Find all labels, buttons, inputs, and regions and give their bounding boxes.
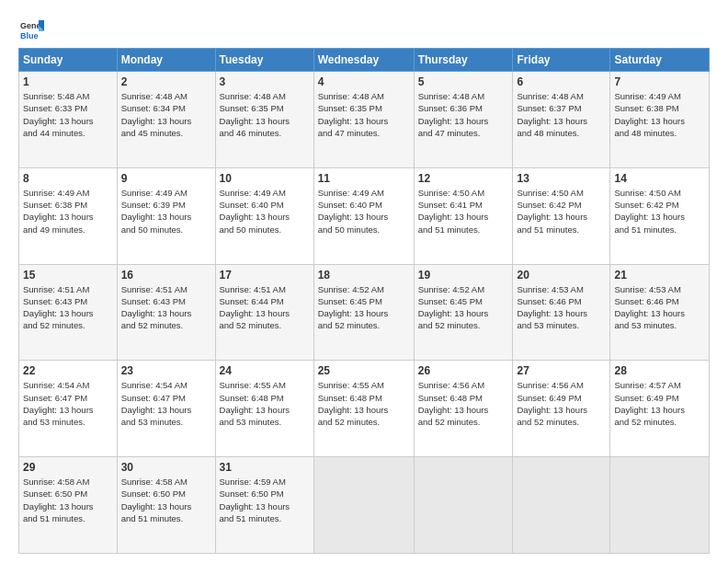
day-number: 1: [23, 75, 113, 88]
header-friday: Friday: [513, 49, 610, 72]
day-number: 24: [220, 364, 310, 377]
calendar-cell: 12 Sunrise: 4:50 AMSunset: 6:41 PMDaylig…: [414, 167, 513, 264]
day-number: 31: [220, 461, 310, 474]
day-number: 23: [121, 364, 211, 377]
calendar-cell: 6 Sunrise: 4:48 AMSunset: 6:37 PMDayligh…: [513, 72, 610, 168]
header-sunday: Sunday: [19, 49, 118, 72]
day-info: Sunrise: 4:53 AMSunset: 6:46 PMDaylight:…: [614, 284, 685, 331]
day-number: 27: [517, 364, 606, 377]
day-info: Sunrise: 4:49 AMSunset: 6:38 PMDaylight:…: [23, 188, 94, 235]
logo-icon: General Blue: [18, 17, 44, 42]
calendar-cell: 31 Sunrise: 4:59 AMSunset: 6:50 PMDaylig…: [215, 457, 313, 554]
calendar-page: General Blue SundayMondayTuesdayWednesda…: [0, 0, 728, 563]
day-number: 20: [517, 269, 606, 282]
calendar-cell: [513, 457, 610, 554]
calendar-cell: 21 Sunrise: 4:53 AMSunset: 6:46 PMDaylig…: [610, 264, 710, 361]
day-info: Sunrise: 4:51 AMSunset: 6:43 PMDaylight:…: [121, 284, 192, 331]
calendar-cell: 3 Sunrise: 4:48 AMSunset: 6:35 PMDayligh…: [215, 72, 313, 168]
header-row: SundayMondayTuesdayWednesdayThursdayFrid…: [19, 49, 710, 72]
header-tuesday: Tuesday: [215, 49, 313, 72]
day-info: Sunrise: 4:53 AMSunset: 6:46 PMDaylight:…: [517, 284, 587, 331]
svg-text:Blue: Blue: [20, 31, 39, 40]
day-info: Sunrise: 4:51 AMSunset: 6:44 PMDaylight:…: [220, 284, 290, 331]
calendar-cell: 13 Sunrise: 4:50 AMSunset: 6:42 PMDaylig…: [513, 167, 610, 264]
week-row-3: 15 Sunrise: 4:51 AMSunset: 6:43 PMDaylig…: [19, 264, 710, 361]
day-info: Sunrise: 4:52 AMSunset: 6:45 PMDaylight:…: [318, 284, 389, 331]
calendar-cell: 28 Sunrise: 4:57 AMSunset: 6:49 PMDaylig…: [610, 361, 710, 457]
header-saturday: Saturday: [610, 49, 710, 72]
calendar-cell: 23 Sunrise: 4:54 AMSunset: 6:47 PMDaylig…: [117, 361, 215, 457]
header: General Blue: [18, 17, 710, 42]
day-info: Sunrise: 4:54 AMSunset: 6:47 PMDaylight:…: [121, 380, 192, 427]
calendar-cell: 4 Sunrise: 4:48 AMSunset: 6:35 PMDayligh…: [313, 72, 414, 168]
day-info: Sunrise: 4:50 AMSunset: 6:41 PMDaylight:…: [418, 188, 489, 235]
calendar-cell: 24 Sunrise: 4:55 AMSunset: 6:48 PMDaylig…: [215, 361, 313, 457]
day-number: 22: [23, 364, 113, 377]
day-number: 13: [517, 172, 606, 185]
calendar-cell: 8 Sunrise: 4:49 AMSunset: 6:38 PMDayligh…: [19, 167, 118, 264]
day-info: Sunrise: 4:50 AMSunset: 6:42 PMDaylight:…: [517, 188, 587, 235]
calendar-cell: 30 Sunrise: 4:58 AMSunset: 6:50 PMDaylig…: [117, 457, 215, 554]
day-info: Sunrise: 4:48 AMSunset: 6:35 PMDaylight:…: [220, 91, 290, 138]
calendar-cell: 25 Sunrise: 4:55 AMSunset: 6:48 PMDaylig…: [313, 361, 414, 457]
day-number: 30: [121, 461, 211, 474]
calendar-cell: 19 Sunrise: 4:52 AMSunset: 6:45 PMDaylig…: [414, 264, 513, 361]
day-number: 12: [418, 172, 509, 185]
calendar-cell: 11 Sunrise: 4:49 AMSunset: 6:40 PMDaylig…: [313, 167, 414, 264]
day-number: 21: [614, 269, 705, 282]
day-number: 6: [517, 75, 606, 88]
day-number: 9: [121, 172, 211, 185]
day-number: 15: [23, 269, 113, 282]
calendar-cell: [610, 457, 710, 554]
day-info: Sunrise: 4:51 AMSunset: 6:43 PMDaylight:…: [23, 284, 94, 331]
day-info: Sunrise: 4:57 AMSunset: 6:49 PMDaylight:…: [614, 380, 685, 427]
day-number: 25: [318, 364, 410, 377]
day-info: Sunrise: 4:48 AMSunset: 6:34 PMDaylight:…: [121, 91, 192, 138]
day-info: Sunrise: 4:59 AMSunset: 6:50 PMDaylight:…: [220, 477, 290, 523]
calendar-cell: 9 Sunrise: 4:49 AMSunset: 6:39 PMDayligh…: [117, 167, 215, 264]
day-number: 2: [121, 75, 211, 88]
day-number: 18: [318, 269, 410, 282]
calendar-cell: 26 Sunrise: 4:56 AMSunset: 6:48 PMDaylig…: [414, 361, 513, 457]
day-number: 14: [614, 172, 705, 185]
day-number: 11: [318, 172, 410, 185]
day-number: 29: [23, 461, 113, 474]
week-row-4: 22 Sunrise: 4:54 AMSunset: 6:47 PMDaylig…: [19, 361, 710, 457]
day-info: Sunrise: 4:48 AMSunset: 6:37 PMDaylight:…: [517, 91, 587, 138]
day-info: Sunrise: 5:48 AMSunset: 6:33 PMDaylight:…: [23, 91, 94, 138]
day-info: Sunrise: 4:50 AMSunset: 6:42 PMDaylight:…: [614, 188, 685, 235]
day-number: 17: [220, 269, 310, 282]
day-number: 7: [614, 75, 705, 88]
calendar-cell: [414, 457, 513, 554]
day-info: Sunrise: 4:55 AMSunset: 6:48 PMDaylight:…: [318, 380, 389, 427]
calendar-cell: 5 Sunrise: 4:48 AMSunset: 6:36 PMDayligh…: [414, 72, 513, 168]
calendar-cell: 22 Sunrise: 4:54 AMSunset: 6:47 PMDaylig…: [19, 361, 118, 457]
week-row-5: 29 Sunrise: 4:58 AMSunset: 6:50 PMDaylig…: [19, 457, 710, 554]
day-info: Sunrise: 4:49 AMSunset: 6:40 PMDaylight:…: [318, 188, 389, 235]
day-info: Sunrise: 4:52 AMSunset: 6:45 PMDaylight:…: [418, 284, 489, 331]
calendar-cell: 17 Sunrise: 4:51 AMSunset: 6:44 PMDaylig…: [215, 264, 313, 361]
day-number: 4: [318, 75, 410, 88]
calendar-cell: 29 Sunrise: 4:58 AMSunset: 6:50 PMDaylig…: [19, 457, 118, 554]
day-info: Sunrise: 4:58 AMSunset: 6:50 PMDaylight:…: [23, 477, 94, 523]
day-info: Sunrise: 4:56 AMSunset: 6:49 PMDaylight:…: [517, 380, 587, 427]
day-info: Sunrise: 4:48 AMSunset: 6:35 PMDaylight:…: [318, 91, 389, 138]
day-number: 3: [220, 75, 310, 88]
day-info: Sunrise: 4:48 AMSunset: 6:36 PMDaylight:…: [418, 91, 489, 138]
day-info: Sunrise: 4:58 AMSunset: 6:50 PMDaylight:…: [121, 477, 192, 523]
calendar-cell: 16 Sunrise: 4:51 AMSunset: 6:43 PMDaylig…: [117, 264, 215, 361]
day-number: 5: [418, 75, 509, 88]
calendar-cell: 18 Sunrise: 4:52 AMSunset: 6:45 PMDaylig…: [313, 264, 414, 361]
calendar-cell: 1 Sunrise: 5:48 AMSunset: 6:33 PMDayligh…: [19, 72, 118, 168]
week-row-2: 8 Sunrise: 4:49 AMSunset: 6:38 PMDayligh…: [19, 167, 710, 264]
calendar-cell: 10 Sunrise: 4:49 AMSunset: 6:40 PMDaylig…: [215, 167, 313, 264]
calendar-cell: 27 Sunrise: 4:56 AMSunset: 6:49 PMDaylig…: [513, 361, 610, 457]
calendar-body: 1 Sunrise: 5:48 AMSunset: 6:33 PMDayligh…: [19, 72, 710, 554]
calendar-header: SundayMondayTuesdayWednesdayThursdayFrid…: [19, 49, 710, 72]
calendar-cell: 14 Sunrise: 4:50 AMSunset: 6:42 PMDaylig…: [610, 167, 710, 264]
header-thursday: Thursday: [414, 49, 513, 72]
calendar-cell: 2 Sunrise: 4:48 AMSunset: 6:34 PMDayligh…: [117, 72, 215, 168]
day-info: Sunrise: 4:56 AMSunset: 6:48 PMDaylight:…: [418, 380, 489, 427]
week-row-1: 1 Sunrise: 5:48 AMSunset: 6:33 PMDayligh…: [19, 72, 710, 168]
calendar-cell: 15 Sunrise: 4:51 AMSunset: 6:43 PMDaylig…: [19, 264, 118, 361]
